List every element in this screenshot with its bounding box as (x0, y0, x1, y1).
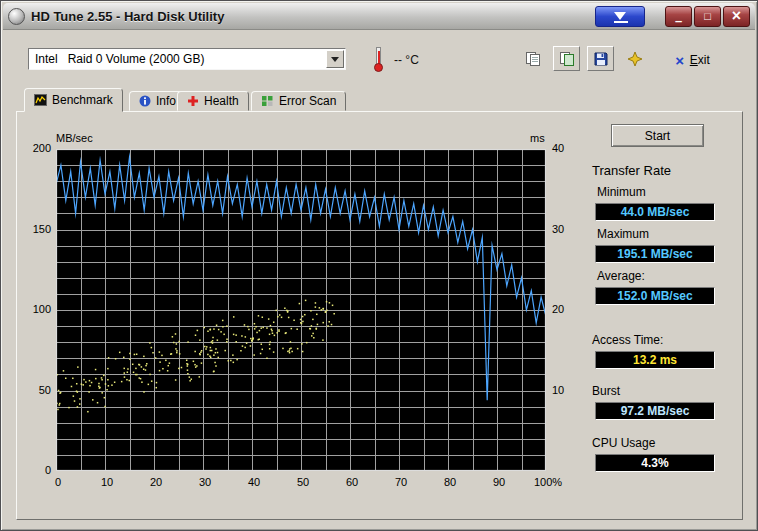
tick-label: 60 (333, 476, 371, 488)
minimize-icon: – (675, 13, 682, 28)
close-icon: × (732, 8, 741, 24)
dropdown-arrow-icon[interactable] (326, 50, 344, 68)
titlebar: HD Tune 2.55 - Hard Disk Utility – □ × (3, 3, 755, 30)
tick-label: 40 (552, 142, 564, 154)
minimum-value: 44.0 MB/sec (595, 203, 715, 221)
tick-label: 100% (529, 476, 567, 488)
tick-label: 10 (552, 384, 564, 396)
maximum-value: 195.1 MB/sec (595, 245, 715, 263)
info-icon (139, 95, 151, 107)
tick-label: 0 (21, 464, 51, 476)
tick-label: 20 (552, 303, 564, 315)
drive-selector-value: Intel Raid 0 Volume (2000 GB) (35, 52, 204, 66)
maximize-icon: □ (704, 10, 711, 22)
benchmark-chart (56, 149, 546, 471)
copy-screenshot-icon (559, 51, 575, 67)
options-star-icon (627, 51, 643, 67)
burst-label: Burst (592, 384, 620, 398)
tab-label: Error Scan (279, 94, 336, 108)
close-button[interactable]: × (723, 6, 750, 27)
copy-icon (525, 51, 541, 67)
tick-label: 90 (480, 476, 518, 488)
save-icon (593, 51, 609, 67)
tick-label: 150 (21, 223, 51, 235)
exit-button[interactable]: × Exit (675, 49, 710, 71)
tab-error-scan[interactable]: Error Scan (251, 91, 346, 111)
tick-label: 50 (284, 476, 322, 488)
maximum-label: Maximum (597, 227, 649, 241)
tab-label: Info (156, 94, 176, 108)
y-left-axis-label: MB/sec (56, 132, 93, 144)
tick-label: 30 (186, 476, 224, 488)
temperature-value: -- °C (394, 53, 419, 67)
tick-label: 50 (21, 384, 51, 396)
cpu-usage-value: 4.3% (595, 454, 715, 472)
drive-selector[interactable]: Intel Raid 0 Volume (2000 GB) (28, 48, 346, 70)
y-right-axis-label: ms (530, 132, 545, 144)
transfer-rate-heading: Transfer Rate (592, 163, 671, 178)
toolbar-icons (519, 46, 648, 71)
copy-text-button[interactable] (519, 46, 546, 71)
health-cross-icon (187, 95, 199, 107)
average-label: Average: (597, 269, 645, 283)
copy-screenshot-button[interactable] (553, 46, 580, 71)
tick-label: 40 (235, 476, 273, 488)
access-time-label: Access Time: (592, 333, 663, 347)
window-title: HD Tune 2.55 - Hard Disk Utility (31, 9, 589, 24)
tick-label: 200 (21, 142, 51, 154)
start-button[interactable]: Start (611, 124, 704, 147)
hdtune-app-icon (8, 8, 25, 25)
tick-label: 30 (552, 223, 564, 235)
app-window: HD Tune 2.55 - Hard Disk Utility – □ × I… (0, 0, 758, 531)
window-controls: – □ × (665, 6, 750, 27)
minimum-label: Minimum (597, 185, 646, 199)
access-time-value: 13.2 ms (595, 351, 715, 369)
tab-label: Benchmark (52, 93, 113, 107)
tick-label: 70 (382, 476, 420, 488)
exit-label: Exit (690, 53, 710, 67)
tick-label: 10 (88, 476, 126, 488)
tick-label: 0 (39, 476, 77, 488)
average-value: 152.0 MB/sec (595, 287, 715, 305)
tab-label: Health (204, 94, 239, 108)
options-button[interactable] (621, 46, 648, 71)
tick-label: 80 (431, 476, 469, 488)
tab-health[interactable]: Health (177, 91, 249, 111)
download-icon (614, 12, 626, 26)
minimize-button[interactable]: – (665, 6, 692, 27)
benchmark-icon (34, 94, 47, 106)
exit-icon: × (675, 53, 684, 68)
error-scan-grid-icon (261, 95, 274, 107)
tick-label: 20 (137, 476, 175, 488)
update-download-button[interactable] (595, 6, 645, 27)
thermometer-icon (373, 47, 385, 72)
tab-benchmark[interactable]: Benchmark (24, 88, 123, 112)
tick-label: 100 (21, 303, 51, 315)
maximize-button[interactable]: □ (694, 6, 721, 27)
save-screenshot-button[interactable] (587, 46, 614, 71)
cpu-usage-label: CPU Usage (592, 436, 655, 450)
burst-value: 97.2 MB/sec (595, 402, 715, 420)
